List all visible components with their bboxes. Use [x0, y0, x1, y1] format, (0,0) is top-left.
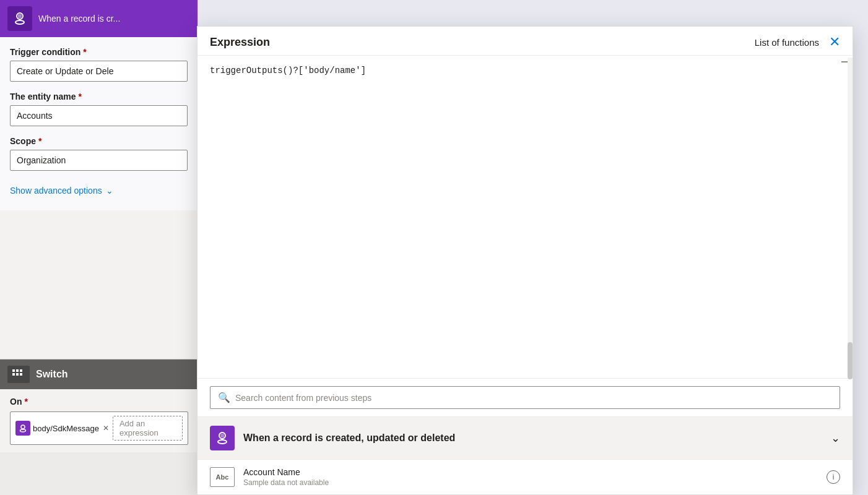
trigger-header-text: When a record is cr... [38, 14, 120, 24]
required-star-on: * [24, 397, 27, 407]
entity-name-input[interactable] [10, 105, 188, 126]
trigger-condition-label: Trigger condition * [10, 47, 188, 57]
record-trigger-header[interactable]: When a record is created, updated or del… [197, 417, 853, 459]
svg-point-1 [15, 20, 24, 24]
search-bar[interactable]: 🔍 Search content from previous steps [210, 386, 840, 409]
left-panel: When a record is cr... Trigger condition… [0, 0, 198, 495]
svg-point-9 [21, 425, 25, 429]
info-icon[interactable]: i [827, 470, 840, 484]
switch-section: Switch On * body/SdkMessage ✕ [0, 359, 198, 495]
scope-label: Scope * [10, 136, 188, 146]
svg-rect-8 [20, 373, 22, 376]
chevron-down-icon: ⌄ [106, 186, 113, 196]
on-label: On * [10, 397, 188, 407]
entity-name-label: The entity name * [10, 92, 188, 101]
trigger-condition-input[interactable] [10, 61, 188, 82]
entity-name-section: The entity name * [10, 92, 188, 126]
record-trigger-label: When a record is created, updated or del… [243, 433, 822, 444]
search-icon: 🔍 [218, 392, 230, 403]
svg-rect-13 [220, 434, 224, 437]
record-trigger-icon [210, 426, 235, 450]
dialog-header-right: List of functions ✕ [755, 35, 840, 49]
expression-editor[interactable]: triggerOutputs()?['body/name'] [197, 56, 853, 93]
svg-rect-5 [20, 369, 22, 372]
left-form: Trigger condition * The entity name * Sc… [0, 37, 197, 210]
trigger-icon [7, 6, 32, 31]
close-button[interactable]: ✕ [829, 35, 840, 49]
account-name-title: Account Name [243, 467, 818, 477]
svg-rect-2 [18, 14, 22, 18]
account-name-item[interactable]: Abc Account Name Sample data not availab… [197, 459, 853, 494]
on-tag: body/SdkMessage ✕ [15, 421, 109, 436]
on-tag-text: body/SdkMessage [33, 424, 99, 433]
svg-rect-6 [12, 373, 15, 376]
switch-title: Switch [36, 369, 68, 380]
svg-rect-3 [12, 369, 15, 372]
trigger-condition-section: Trigger condition * [10, 47, 188, 82]
dialog-scrollbar-thumb[interactable] [848, 342, 853, 379]
expression-text: triggerOutputs()?['body/name'] [210, 66, 366, 75]
record-trigger-section: When a record is created, updated or del… [197, 416, 853, 459]
on-input-row: body/SdkMessage ✕ Add an expression [10, 411, 188, 445]
list-of-functions-link[interactable]: List of functions [755, 37, 819, 48]
add-expression-input[interactable]: Add an expression [113, 416, 183, 441]
dialog-title: Expression [210, 36, 270, 49]
required-star-trigger: * [83, 47, 86, 57]
account-name-sub: Sample data not available [243, 478, 818, 487]
scope-section: Scope * [10, 136, 188, 171]
svg-rect-4 [16, 369, 19, 372]
account-name-info: Account Name Sample data not available [243, 467, 818, 487]
required-star-entity: * [79, 92, 82, 101]
search-bar-container: 🔍 Search content from previous steps [197, 378, 853, 416]
scope-input[interactable] [10, 150, 188, 171]
on-tag-icon [15, 421, 30, 436]
switch-icon [7, 366, 30, 383]
trigger-header: When a record is cr... [0, 0, 197, 37]
svg-point-10 [20, 429, 26, 432]
expression-dialog: Expression List of functions ✕ triggerOu… [197, 26, 853, 495]
required-star-scope: * [38, 136, 41, 146]
abc-icon: Abc [210, 467, 235, 487]
show-advanced-options[interactable]: Show advanced options ⌄ [10, 181, 188, 200]
dialog-header: Expression List of functions ✕ [197, 27, 853, 56]
record-trigger-chevron-icon: ⌄ [831, 431, 840, 445]
editor-space [197, 93, 853, 378]
on-tag-close-icon[interactable]: ✕ [103, 424, 109, 433]
svg-rect-7 [16, 373, 19, 376]
switch-header: Switch [0, 359, 198, 389]
on-section: On * body/SdkMessage ✕ Add an expression [0, 389, 198, 452]
dialog-scrollbar[interactable] [848, 58, 853, 367]
svg-point-12 [218, 440, 227, 444]
search-placeholder-text: Search content from previous steps [235, 393, 371, 403]
